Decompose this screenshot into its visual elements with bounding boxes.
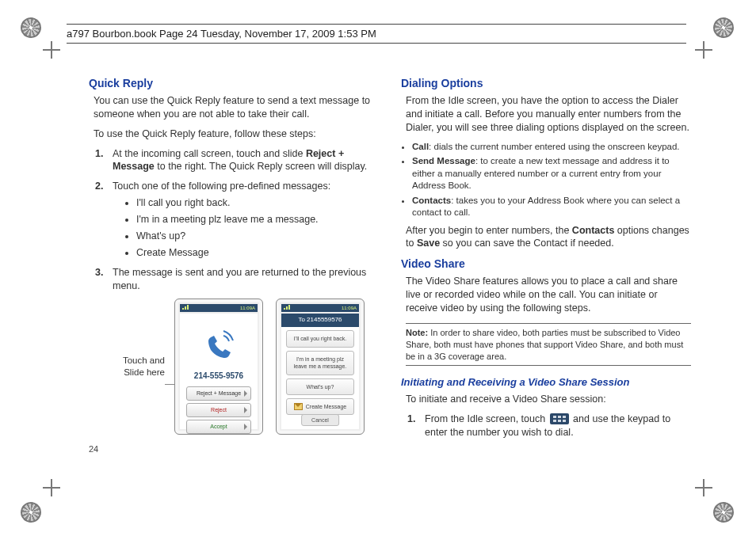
note-label: Note: [406,328,428,337]
step-2: Touch one of the following pre-defined m… [106,180,379,259]
note-block: Note: In order to share video, both part… [406,323,691,367]
dial-option-contacts: Contacts: takes you to your Address Book… [412,195,691,219]
note-text: In order to share video, both parties mu… [406,328,683,361]
dial-option-send: Send Message: to create a new text messa… [412,155,691,192]
page-number: 24 [89,443,98,455]
reject-message-button: Reject + Message [186,386,251,401]
crop-gear-icon [713,17,734,38]
video-share-intro: The Video Share features allows you to p… [406,275,691,315]
dialpad-icon [550,413,569,424]
crop-mark-icon [43,479,60,496]
phone-mock-incoming: 11:09A 214-555-9576 Reject + Message Rej… [174,299,263,435]
heading-dialing-options: Dialing Options [401,76,691,91]
signal-icon [284,305,292,310]
reply-option-create: Create Message [286,398,354,415]
crop-mark-icon [43,41,60,59]
reply-option: I'm in a meeting plz leave me a message. [286,351,354,375]
envelope-icon [294,403,303,410]
incoming-number: 214-555-9576 [180,371,258,382]
crop-gear-icon [21,17,41,38]
left-column: Quick Reply You can use the Quick Reply … [89,76,379,446]
phone-mock-quickreply: 11:09A To 2145559576 I'll call you right… [276,299,365,435]
accept-button: Accept [186,420,251,434]
quick-reply-lead: To use the Quick Reply feature, follow t… [94,127,379,141]
slide-caption: Touch and Slide here [120,355,165,379]
reject-button: Reject [186,403,251,417]
predef-msg: What's up? [136,230,379,243]
predef-msg: Create Message [136,246,379,260]
init-step-1: From the Idle screen, touch and use the … [418,413,691,439]
right-column: Dialing Options From the Idle screen, yo… [401,76,691,446]
predef-msg: I'm in a meeting plz leave me a message. [136,213,379,226]
signal-icon [182,305,190,310]
to-field: To 2145559576 [281,314,359,327]
quick-reply-intro: You can use the Quick Reply feature to s… [94,94,379,121]
heading-video-share: Video Share [401,257,691,272]
initiating-lead: To initiate and receive a Video Share se… [406,393,691,406]
chevron-right-icon [244,390,247,397]
crop-gear-icon [713,502,734,523]
heading-quick-reply: Quick Reply [89,76,379,91]
step-3: The message is sent and you are returned… [106,266,379,293]
crop-gear-icon [21,502,41,523]
chevron-right-icon [244,424,247,430]
dial-option-call: Call: dials the current number entered u… [412,141,691,154]
predef-msg: I'll call you right back. [136,196,379,210]
phone-ringing-icon [200,326,238,364]
crop-mark-icon [695,41,712,59]
reply-option: I'll call you right back. [286,330,354,347]
cancel-softkey: Cancel [301,414,339,426]
dialing-after: After you begin to enter numbers, the Co… [406,224,691,251]
page-header: a797 Bourbon.book Page 24 Tuesday, Novem… [67,24,686,44]
dialing-intro: From the Idle screen, you have the optio… [406,94,691,135]
chevron-right-icon [244,407,247,413]
heading-initiating: Initiating and Receiving a Video Share S… [401,375,691,390]
crop-mark-icon [695,479,712,496]
step-1: At the incoming call screen, touch and s… [106,147,379,174]
reply-option: What's up? [286,378,354,395]
